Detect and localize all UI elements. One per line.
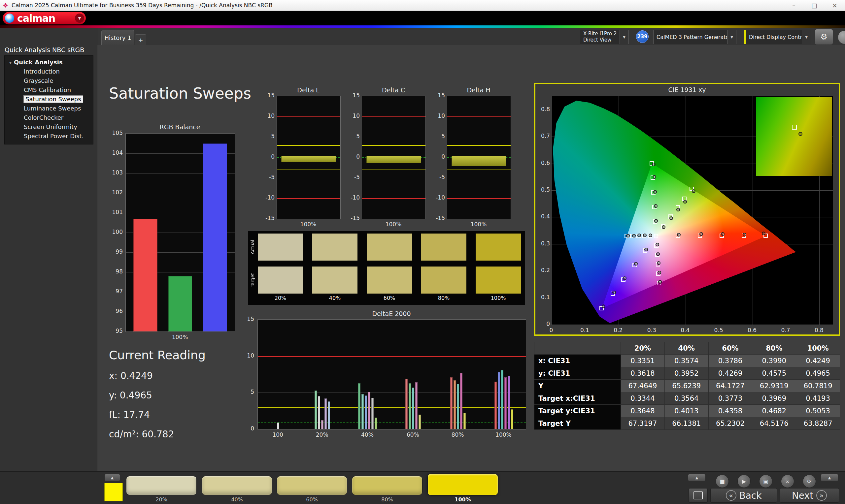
cie-measured-marker-cyan (637, 234, 641, 237)
sidebar-item-luminance-sweeps[interactable]: Luminance Sweeps (5, 104, 93, 113)
stop-button[interactable]: ■ (716, 475, 729, 488)
deltae-bar (463, 413, 466, 429)
pattern-swatch-100%[interactable] (427, 474, 498, 496)
logo-menu-chevron-icon[interactable]: ▼ (75, 14, 84, 23)
sidebar-item-cms-calibration[interactable]: CMS Calibration (5, 86, 93, 95)
refresh-button[interactable]: ⟳ (803, 475, 816, 488)
deltae-bar (362, 394, 364, 429)
maximize-button[interactable]: □ (804, 0, 825, 11)
table-cell: 0.3344 (621, 392, 665, 405)
pattern-swatch-20%[interactable] (126, 476, 197, 495)
back-button[interactable]: « Back (710, 488, 777, 503)
cie-1931-title: CIE 1931 xy (535, 86, 839, 93)
table-header: 20% (621, 342, 665, 355)
meter-count-badge: 239 (636, 30, 649, 43)
actual-swatch-40% (312, 234, 357, 260)
rgb-bar-blue (203, 143, 227, 331)
pattern-window-button[interactable] (689, 488, 708, 503)
y-tick-label: 0.3 (537, 240, 550, 247)
meter-dropdown[interactable]: X-Rite i1Pro 2 Direct View ▼ (580, 30, 629, 44)
swatch-column-label: 60% (367, 295, 412, 301)
play-button[interactable]: ▶ (737, 475, 751, 488)
table-cell: 0.3574 (665, 355, 708, 367)
minimize-button[interactable]: – (784, 0, 804, 11)
deltae-2000-title: DeltaE 2000 (258, 310, 526, 317)
sidebar-item-saturation-sweeps[interactable]: Saturation Sweeps (5, 95, 93, 104)
pattern-swatch-80%[interactable] (352, 476, 423, 495)
pattern-generator-dropdown[interactable]: CalMED 3 Pattern Generator ▼ (653, 30, 736, 44)
actual-row-label: Actual (249, 234, 256, 260)
actual-swatch-100% (476, 234, 521, 260)
close-button[interactable]: × (825, 0, 845, 11)
y-tick-label: 5 (346, 133, 360, 140)
chevron-down-icon[interactable]: ▼ (802, 30, 811, 44)
chevron-down-icon[interactable]: ▼ (619, 30, 629, 44)
cie-measured-marker-blue (634, 262, 638, 266)
table-row: Target x:CIE310.33440.35640.37730.39690.… (534, 392, 840, 405)
pattern-swatch-60%[interactable] (277, 476, 347, 495)
transport-right-up-button[interactable]: ▲ (821, 474, 839, 481)
x-tick-label: 80% (443, 431, 473, 438)
sidebar-item-introduction[interactable]: Introduction (5, 67, 93, 76)
limit-line-yellow (362, 145, 425, 146)
sidebar-item-colorchecker[interactable]: ColorChecker (5, 113, 93, 122)
y-tick-label: 0.8 (537, 106, 550, 112)
save-button[interactable]: ▣ (759, 475, 772, 488)
current-reading-line: cd/m²: 60.782 (109, 429, 206, 440)
y-tick-label: 103 (109, 169, 123, 176)
cie-measured-marker-magenta (657, 261, 661, 265)
add-tab-button[interactable]: + (135, 34, 146, 45)
chevron-down-icon[interactable]: ▼ (727, 30, 736, 44)
cie-1931-panel[interactable]: CIE 1931 xy 00.10.20.30.40.50.60.70.800.… (534, 83, 840, 336)
y-tick-label: 0.2 (537, 267, 550, 273)
gear-icon: ⚙ (820, 32, 828, 41)
actual-swatch-80% (421, 234, 466, 260)
calman-logo[interactable]: calman ▼ (3, 12, 86, 24)
x-tick-label: 0.3 (644, 327, 659, 334)
y-tick-label: 95 (109, 327, 123, 334)
pattern-swatch-label: 60% (277, 497, 347, 503)
deltae-bar (365, 395, 367, 429)
delta-l-xlabel: 100% (277, 221, 340, 228)
table-cell: 65.2302 (708, 417, 752, 430)
pattern-swatch-40%[interactable] (202, 476, 272, 495)
y-tick-label: 0.6 (537, 160, 550, 166)
x-tick-label: 0.1 (577, 327, 592, 334)
delta-measure-bar (452, 156, 506, 166)
sidebar-root-quick-analysis[interactable]: ▾Quick Analysis (5, 57, 93, 67)
pattern-preview-swatch[interactable] (104, 483, 123, 501)
settings-button[interactable]: ⚙ (815, 29, 833, 45)
table-cell: 0.3969 (752, 392, 796, 405)
back-chevron-icon: « (726, 490, 736, 501)
deltae-bar (318, 396, 320, 429)
table-row-label: x: CIE31 (534, 355, 621, 367)
sidebar-item-spectral-power-dist[interactable]: Spectral Power Dist. (5, 132, 93, 141)
y-tick-label: 0.5 (537, 186, 550, 193)
link-button[interactable]: ∞ (781, 475, 794, 488)
table-header: 60% (708, 342, 752, 355)
next-button[interactable]: Next » (780, 488, 839, 503)
gridline (447, 178, 511, 178)
x-tick-label: 100% (489, 431, 518, 438)
deltae-bar (375, 418, 377, 429)
transport-left-up-button[interactable]: ▲ (688, 474, 706, 481)
limit-line-yellow (447, 145, 511, 146)
display-control-dropdown[interactable]: Direct Display Control ▼ (744, 30, 811, 44)
pattern-generator-label: CalMED 3 Pattern Generator (654, 34, 727, 40)
deltae-bar (419, 415, 421, 429)
x-tick-label: 0.4 (678, 327, 692, 334)
table-cell: 64.1727 (708, 380, 752, 392)
pattern-swatch-label: 20% (126, 497, 197, 503)
sidebar-item-screen-uniformity[interactable]: Screen Uniformity (5, 122, 93, 132)
rgb-balance-chart: RGB Balance 100% 95969798991001011021031… (109, 123, 238, 345)
current-reading-title: Current Reading (109, 348, 206, 362)
tab-history-1[interactable]: History 1 (101, 30, 134, 45)
table-row-label: y: CIE31 (534, 367, 621, 380)
preview-expand-button[interactable]: ▲ (104, 474, 120, 481)
table-corner-cell (534, 342, 621, 355)
sidebar-item-grayscale[interactable]: Grayscale (5, 76, 93, 86)
y-tick-label: -5 (346, 174, 360, 180)
pattern-swatch-label: 100% (427, 497, 498, 503)
y-tick-label: 15 (240, 316, 254, 322)
meter-mode: Direct View (583, 37, 619, 43)
